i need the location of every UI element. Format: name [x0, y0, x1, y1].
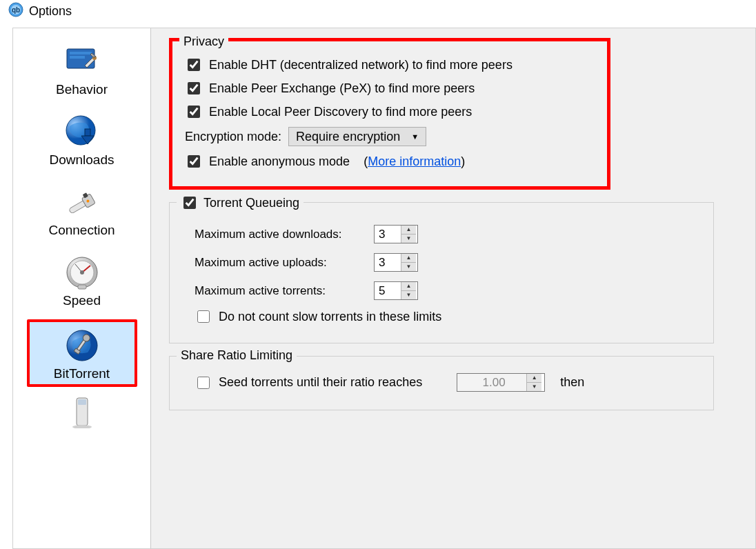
enable-pex-checkbox[interactable] — [188, 82, 200, 94]
sidebar-item-label: BitTorrent — [54, 366, 110, 381]
spin-down-icon[interactable]: ▼ — [527, 383, 541, 391]
sidebar-item-label: Behavior — [56, 82, 108, 97]
svg-text:qb: qb — [12, 6, 20, 14]
enable-lpd-checkbox[interactable] — [188, 106, 200, 118]
seed-until-ratio-checkbox[interactable] — [197, 377, 210, 389]
max-active-torrents-value[interactable] — [375, 282, 401, 299]
svg-point-25 — [72, 425, 92, 428]
more-info-wrap: (More information) — [364, 154, 465, 169]
group-legend: Privacy — [179, 34, 228, 49]
sidebar-item-bittorrent[interactable]: BitTorrent — [27, 319, 137, 387]
svg-rect-5 — [70, 56, 85, 59]
enable-lpd-label: Enable Local Peer Discovery to find more… — [209, 105, 472, 119]
share-ratio-group: Share Ratio Limiting Seed torrents until… — [169, 356, 714, 410]
do-not-count-slow-label: Do not count slow torrents in these limi… — [219, 310, 441, 324]
spin-up-icon[interactable]: ▲ — [527, 374, 541, 383]
svg-rect-8 — [85, 129, 90, 136]
svg-rect-18 — [78, 285, 86, 289]
titlebar: qb Options — [0, 0, 756, 25]
behavior-icon — [63, 42, 101, 81]
encryption-mode-value: Require encryption — [296, 130, 400, 144]
spin-up-icon[interactable]: ▲ — [401, 282, 416, 291]
sidebar: Behavior — [13, 28, 151, 548]
app-icon: qb — [8, 2, 23, 21]
then-label: then — [560, 375, 584, 390]
max-active-downloads-label: Maximum active downloads: — [195, 228, 374, 241]
sidebar-item-webui[interactable] — [27, 392, 137, 431]
sidebar-item-connection[interactable]: Connection — [27, 179, 137, 241]
sidebar-item-label: Speed — [63, 293, 101, 308]
sidebar-item-speed[interactable]: Speed — [27, 249, 137, 311]
do-not-count-slow-checkbox[interactable] — [197, 310, 210, 323]
enable-anonymous-checkbox[interactable] — [188, 155, 200, 168]
max-active-torrents-label: Maximum active torrents: — [195, 284, 374, 298]
seed-until-ratio-label: Seed torrents until their ratio reaches — [219, 375, 422, 390]
spin-down-icon[interactable]: ▼ — [401, 291, 416, 299]
downloads-icon — [63, 112, 101, 151]
sidebar-item-downloads[interactable]: Downloads — [27, 108, 137, 170]
svg-rect-24 — [78, 399, 86, 405]
spin-up-icon[interactable]: ▲ — [401, 226, 416, 234]
seed-ratio-value[interactable] — [457, 374, 526, 391]
max-active-downloads-value[interactable] — [375, 226, 401, 243]
main-panel: Privacy Enable DHT (decentralized networ… — [151, 28, 755, 548]
torrent-queueing-checkbox[interactable] — [183, 197, 196, 209]
sidebar-item-behavior[interactable]: Behavior — [27, 38, 137, 100]
chevron-down-icon: ▼ — [411, 132, 419, 141]
speed-icon — [63, 253, 101, 292]
max-active-uploads-value[interactable] — [375, 254, 401, 271]
spin-up-icon[interactable]: ▲ — [401, 254, 416, 263]
max-active-downloads-spin[interactable]: ▲▼ — [374, 225, 418, 243]
group-legend: Share Ratio Limiting — [177, 348, 297, 363]
seed-ratio-spin[interactable]: ▲▼ — [457, 373, 545, 392]
torrent-queueing-title: Torrent Queueing — [203, 196, 299, 210]
enable-anonymous-label: Enable anonymous mode — [209, 154, 350, 169]
window-title: Options — [29, 4, 72, 19]
max-active-uploads-spin[interactable]: ▲▼ — [374, 253, 418, 272]
encryption-mode-dropdown[interactable]: Require encryption ▼ — [288, 127, 426, 146]
encryption-mode-label: Encryption mode: — [185, 130, 281, 144]
torrent-queueing-group: Torrent Queueing Maximum active download… — [169, 202, 714, 343]
webui-icon — [63, 397, 101, 428]
privacy-group: Privacy Enable DHT (decentralized networ… — [169, 38, 610, 190]
options-window: Behavior — [12, 28, 756, 549]
max-active-torrents-spin[interactable]: ▲▼ — [374, 281, 418, 300]
enable-dht-checkbox[interactable] — [188, 59, 200, 71]
max-active-uploads-label: Maximum active uploads: — [195, 256, 374, 270]
spin-down-icon[interactable]: ▼ — [401, 234, 416, 243]
enable-pex-label: Enable Peer Exchange (PeX) to find more … — [209, 81, 475, 96]
connection-icon — [63, 183, 101, 221]
svg-rect-4 — [70, 52, 92, 54]
bittorrent-icon — [63, 326, 101, 365]
svg-point-17 — [80, 270, 84, 274]
sidebar-item-label: Connection — [48, 223, 115, 238]
group-legend: Torrent Queueing — [177, 194, 304, 211]
sidebar-item-label: Downloads — [50, 152, 115, 168]
more-information-link[interactable]: More information — [368, 154, 461, 168]
enable-dht-label: Enable DHT (decentralized network) to fi… — [209, 58, 513, 72]
spin-down-icon[interactable]: ▼ — [401, 263, 416, 271]
